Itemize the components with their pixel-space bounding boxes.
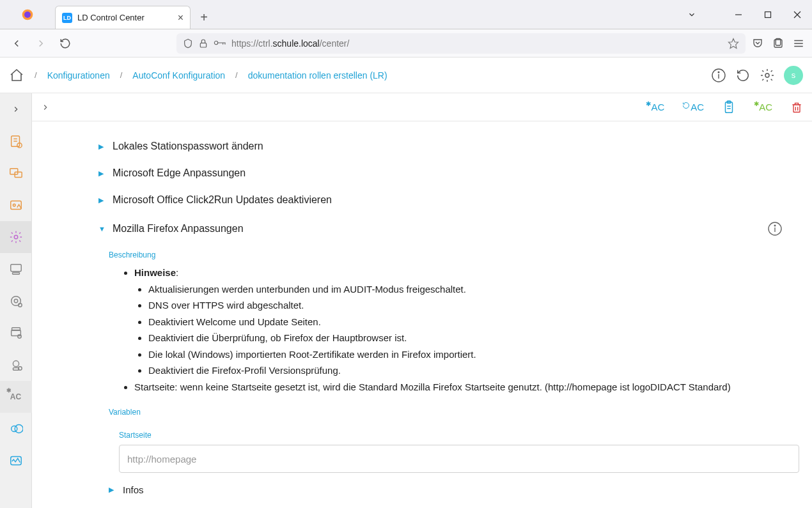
breadcrumb-bar: / Konfigurationen / AutoConf Konfigurati… [0, 58, 812, 93]
breadcrumb-autoconf[interactable]: AutoConf Konfiguration [132, 70, 225, 81]
chevron-right-icon: ▶ [98, 169, 106, 178]
breadcrumb-current[interactable]: dokumentation rollen erstellen (LR) [248, 70, 387, 81]
chevron-right-icon: ▶ [98, 142, 106, 151]
svg-point-29 [14, 235, 18, 239]
sidebar-item-1[interactable] [0, 125, 32, 157]
firefox-badge [0, 0, 55, 29]
svg-point-1 [24, 12, 31, 18]
sidebar-item-3[interactable] [0, 189, 32, 221]
sidebar-item-2[interactable] [0, 157, 32, 189]
pocket-icon[interactable] [752, 38, 763, 49]
address-bar: https://ctrl.schule.local/center/ [0, 29, 812, 58]
browser-tab[interactable]: LD LD Control Center × [55, 6, 191, 29]
panel-expand-icon[interactable] [41, 103, 50, 112]
sidebar: ✱AC [0, 93, 32, 508]
chevron-right-icon: ▶ [109, 486, 116, 494]
toolbar-ac-3[interactable]: ✱AC [754, 102, 772, 112]
svg-rect-30 [10, 265, 21, 272]
toolbar-clipboard-icon[interactable] [722, 100, 736, 115]
svg-point-7 [214, 41, 217, 44]
svg-point-32 [11, 296, 20, 306]
svg-point-20 [765, 73, 769, 77]
toolbar-ac-1[interactable]: ✱AC [646, 102, 664, 112]
home-icon[interactable] [9, 68, 24, 83]
main-panel: ✱AC AC ✱AC ▶Lokales Stationspasswort änd… [32, 93, 812, 508]
nav-back-icon[interactable] [8, 35, 26, 52]
svg-marker-11 [729, 38, 738, 48]
accordion-item-4[interactable]: ▼ Mozilla Firefox Anpassungen [32, 213, 812, 244]
svg-point-28 [13, 204, 15, 206]
app-menu-icon[interactable] [793, 38, 804, 49]
svg-point-33 [14, 299, 18, 303]
accordion-item-3[interactable]: ▶Microsoft Office Click2Run Updates deak… [32, 187, 812, 213]
startseite-input[interactable] [119, 445, 799, 473]
svg-point-38 [13, 361, 19, 367]
tab-title: LD Control Center [77, 13, 144, 22]
info-icon[interactable] [711, 68, 726, 83]
svg-point-53 [774, 225, 776, 226]
breadcrumb-sep: / [116, 70, 127, 80]
panel-toolbar: ✱AC AC ✱AC [32, 93, 812, 121]
sidebar-item-11[interactable] [0, 445, 32, 477]
content-scroll: ▶Lokales Stationspasswort ändern ▶Micros… [32, 121, 812, 508]
url-text: https://ctrl.schule.local/center/ [231, 38, 349, 49]
sidebar-item-6[interactable] [0, 285, 32, 317]
svg-rect-48 [793, 104, 800, 112]
sidebar-item-ac[interactable]: ✱AC [0, 381, 32, 413]
refresh-icon[interactable] [735, 68, 751, 83]
window-maximize-icon[interactable] [753, 0, 783, 29]
sidebar-item-8[interactable] [0, 349, 32, 381]
accordion-item-2[interactable]: ▶Microsoft Edge Anpassungen [32, 160, 812, 187]
gear-icon[interactable] [760, 68, 775, 83]
svg-rect-31 [12, 273, 19, 275]
sidebar-item-7[interactable] [0, 317, 32, 349]
sidebar-expand-icon[interactable] [0, 93, 32, 125]
svg-rect-25 [10, 169, 17, 174]
svg-rect-6 [200, 43, 206, 47]
svg-point-41 [11, 426, 17, 431]
section-beschreibung-label: Beschreibung [32, 244, 812, 265]
accordion-infos[interactable]: ▶Infos [32, 479, 812, 500]
key-icon [214, 38, 226, 47]
firefox-icon [21, 8, 34, 21]
tab-close-icon[interactable]: × [178, 12, 183, 24]
shield-icon [183, 38, 193, 49]
svg-point-19 [718, 72, 719, 73]
section-variablen-label: Variablen [32, 401, 812, 422]
svg-rect-36 [12, 328, 20, 331]
window-close-icon[interactable] [783, 0, 812, 29]
sidebar-item-10[interactable] [0, 413, 32, 445]
breadcrumb-sep: / [31, 70, 41, 80]
new-tab-button[interactable]: + [194, 8, 214, 27]
tabs-dropdown-icon[interactable] [679, 0, 705, 29]
window-controls [679, 0, 812, 29]
avatar[interactable]: s [784, 66, 803, 85]
window-minimize-icon[interactable] [724, 0, 753, 29]
nav-forward-icon [32, 35, 50, 52]
svg-point-42 [15, 425, 23, 433]
var-startseite-label: Startseite [32, 422, 812, 442]
toolbar-ac-2[interactable]: AC [682, 102, 704, 112]
description-block: Hinweise: Aktualisierungen werden unterb… [32, 265, 812, 401]
browser-tabstrip: LD LD Control Center × + [0, 0, 812, 29]
svg-point-37 [17, 335, 21, 339]
account-icon[interactable] [772, 38, 784, 49]
chevron-right-icon: ▶ [98, 196, 106, 204]
toolbar-trash-icon[interactable] [790, 100, 803, 114]
bookmark-star-icon[interactable] [728, 38, 739, 49]
accordion-item-1[interactable]: ▶Lokales Stationspasswort ändern [32, 133, 812, 160]
chevron-down-icon: ▼ [98, 225, 106, 233]
sidebar-item-settings[interactable] [0, 221, 32, 253]
url-box[interactable]: https://ctrl.schule.local/center/ [176, 33, 746, 54]
tabs-area: LD LD Control Center × + [55, 0, 679, 29]
nav-reload-icon[interactable] [56, 35, 74, 52]
lock-icon [198, 38, 208, 49]
tab-favicon: LD [62, 13, 72, 23]
svg-rect-3 [765, 12, 771, 17]
breadcrumb-sep: / [231, 70, 242, 80]
breadcrumb-configurations[interactable]: Konfigurationen [47, 70, 110, 81]
sidebar-item-5[interactable] [0, 253, 32, 285]
info-icon[interactable] [767, 221, 783, 236]
